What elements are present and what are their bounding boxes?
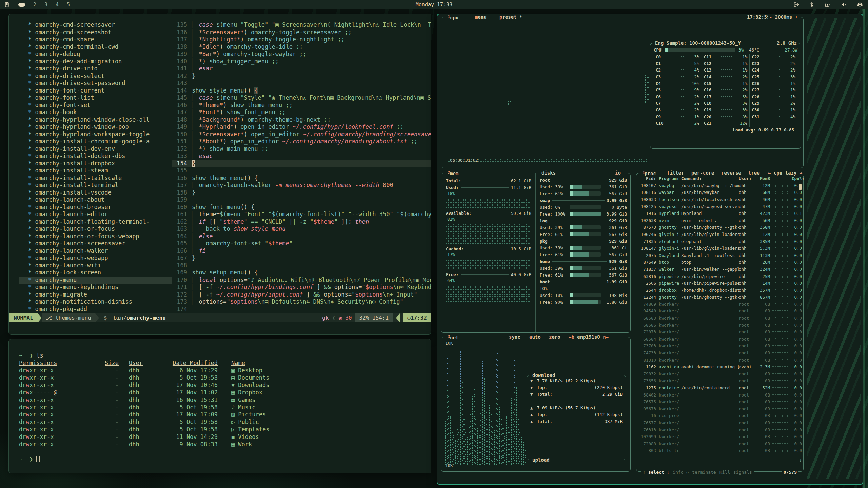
list-item[interactable]: drwxr-xr-x-dhh 5 Oct 19:58♪Music (19, 404, 431, 411)
code-line[interactable]: ▏ else (192, 233, 431, 240)
file-list-item[interactable]: * omarchy-install-chromium-google-a (19, 138, 172, 145)
file-list-item[interactable]: * omarchy-pkg-add (19, 306, 172, 313)
kill-control[interactable]: Kill (718, 470, 732, 475)
file-list-item[interactable]: * omarchy-launch-webapp (19, 255, 172, 262)
code-line[interactable]: } (192, 255, 431, 262)
code-line[interactable]: ▏ case $(menu "Toggle" "▣ Screensaver\n☾… (192, 21, 431, 29)
list-item[interactable]: drwxr-xr-x-dhh 5 Oct 19:58▷Templates (19, 426, 431, 433)
process-row[interactable]: 1275containe/usr/bin/containerdroot52M0.… (638, 384, 801, 391)
file-list-item[interactable]: * omarchy-install-terminal (19, 182, 172, 189)
code-line[interactable]: show_theme_menu() { (192, 175, 431, 182)
workspace-active-indicator[interactable] (18, 3, 25, 7)
workspace-3[interactable]: 3 (44, 2, 47, 8)
process-row[interactable]: 102638nvimnvim --embed .dhh56M0.0 (638, 217, 801, 224)
editor-terminal-window[interactable]: * omarchy-cmd-screensaver135▏ case $(men… (8, 14, 431, 335)
mem-panel-title[interactable]: 2mem (447, 170, 460, 177)
shell-terminal-window[interactable]: ~ ❯ lsPermissionsSizeUserDate ModifiedNa… (8, 339, 431, 473)
file-list-item[interactable]: * omarchy-launch-editor (19, 211, 172, 218)
process-row[interactable]: 95673kworker/root0B0.0 (638, 405, 801, 412)
process-row[interactable]: 102099kworker/root0B0.0 (638, 433, 801, 440)
code-line[interactable]: ▏ *About*) open_in_editor ~/.config/omar… (192, 138, 431, 145)
code-line[interactable]: ▏ *Theme*) show_theme_menu ;; (192, 102, 431, 109)
process-row[interactable]: 108116waybar/usr/bin/waybardhh68M0.0 (638, 189, 801, 196)
code-line[interactable]: ▏ *) show_main_menu ;; (192, 145, 431, 153)
terminate-control[interactable]: terminate (690, 470, 717, 475)
process-row[interactable]: 73656kworker/root0B0.0 (638, 378, 801, 385)
code-line[interactable]: ▏ [ -f ~/.config/hypr/bindings.conf ] &&… (192, 284, 431, 291)
file-list-item[interactable]: * omarchy-install-vscode (19, 189, 172, 197)
list-item[interactable]: drwxr-xr-x-dhh11 Nov 14:29◼Videos (19, 433, 431, 441)
proc-tree-button[interactable]: tree (747, 170, 761, 176)
file-list-item[interactable]: * omarchy-launch-walker (19, 247, 172, 255)
workspace-4[interactable]: 4 (56, 2, 59, 8)
net-interface-switcher[interactable]: ←b enp191s0 n→ (567, 334, 610, 340)
process-row[interactable]: 1162avahi-daavahi-daemon: running [avahi… (638, 363, 801, 370)
net-panel-title[interactable]: 3net (447, 334, 460, 341)
code-line[interactable]: ▏ if [[ "$theme" == "CNCLD" || -z "$them… (192, 218, 431, 226)
file-list-item[interactable]: * omarchy-drive-set-password (19, 80, 172, 87)
file-list-item[interactable]: * omarchy-lock-screen (19, 269, 172, 277)
code-line[interactable] (192, 80, 431, 87)
file-list-item[interactable]: * omarchy-hyprland-workspace-toggle (19, 131, 172, 138)
file-list-item-selected[interactable]: * omarchy-menu (19, 277, 172, 284)
process-row[interactable]: 87573ghostty/usr/bin/ghostty --gtk-dhh36… (638, 224, 801, 231)
list-item[interactable]: drwx------@-dhh17 Nov 11:02▦Dropbox (19, 389, 431, 396)
code-line[interactable]: ▏ ▏ back_to show_style_menu (192, 225, 431, 233)
net-auto-button[interactable]: auto (528, 334, 542, 340)
code-line[interactable]: ▏ esac (192, 152, 431, 160)
process-row[interactable]: 79032kworker/root0B0.0 (638, 370, 801, 378)
file-list-item[interactable]: * omarchy-cmd-terminal-cwd (19, 43, 172, 51)
process-row[interactable]: 68402kworker/root0B0.0 (638, 391, 801, 399)
code-line[interactable] (192, 306, 431, 313)
process-row[interactable]: 108125swayosd-/usr/bin/swayosd-serverdhh… (638, 203, 801, 210)
file-list-item[interactable]: * omarchy-launch-floating-terminal- (19, 218, 172, 226)
code-line[interactable] (192, 196, 431, 204)
list-item[interactable]: drwxr-xr-x-dhh17 Nov 17:09▨Pictures (19, 411, 431, 419)
file-list-item[interactable]: * omarchy-font-list (19, 94, 172, 102)
code-line[interactable]: ▏ *Background*) omarchy-theme-bg-next ;; (192, 116, 431, 124)
file-list-item[interactable]: * omarchy-font-current (19, 87, 172, 95)
process-row[interactable]: 16rcu_preeroot0B0.0 (638, 412, 801, 420)
proc-panel-title[interactable]: 4proc (641, 170, 657, 177)
logout-icon[interactable] (793, 2, 800, 7)
code-line[interactable]: ▏ fi (192, 247, 431, 255)
code-line[interactable]: ▏ *) show_trigger_menu ;; (192, 58, 431, 65)
file-list-item[interactable]: * omarchy-dev-add-migration (19, 58, 172, 65)
code-line[interactable] (192, 262, 431, 269)
file-list-item[interactable]: * omarchy-debug (19, 50, 172, 58)
list-item[interactable]: drwxr-xr-x-dhh 5 Oct 19:58▷Public (19, 419, 431, 426)
code-line[interactable]: ▏ *Screensaver*) omarchy-toggle-screensa… (192, 29, 431, 36)
file-list-item[interactable]: * omarchy-launch-about (19, 196, 172, 204)
process-row[interactable]: 72088kworker/root0B0.0 (638, 440, 801, 447)
net-zero-button[interactable]: zero (548, 334, 562, 340)
sort-direction-icon[interactable]: ↑ (802, 176, 805, 181)
code-line[interactable]: ▏ *Idle*) omarchy-toggle-idle ;; (192, 43, 431, 51)
file-list-item[interactable]: * omarchy-launch-or-focus (19, 225, 172, 233)
code-line[interactable]: ▏ [ -f ~/.config/hypr/input.conf ] && op… (192, 291, 431, 299)
process-row[interactable]: 2544dropbox/home/dhh/.dropbox-distdhh357… (638, 287, 801, 294)
file-list-item[interactable]: * omarchy-hyprland-window-pop (19, 123, 172, 131)
process-row[interactable]: 803btrfs-trroot0B0.0 (638, 447, 801, 454)
code-line[interactable] (192, 167, 431, 175)
file-list-item[interactable]: * omarchy-cmd-share (19, 36, 172, 43)
proc-scroll-down-icon[interactable]: ↓ (799, 458, 802, 463)
bluetooth-icon[interactable] (810, 2, 814, 7)
workspace-2[interactable]: 2 (33, 2, 36, 8)
process-row[interactable]: 68584kworker/root0B0.0 (638, 336, 801, 343)
file-list-item[interactable]: * omarchy-hyprland-window-close-all (19, 116, 172, 124)
code-line[interactable]: ▏ *Font*) show_font_menu ;; (192, 109, 431, 116)
code-line[interactable]: ▏ *Screensaver*) open_in_editor ~/.confi… (192, 131, 431, 138)
process-row[interactable]: 81310kworker/root0B0.0 (638, 357, 801, 364)
file-list-item[interactable]: * omarchy-install-steam (19, 167, 172, 175)
volume-icon[interactable] (841, 2, 847, 7)
process-table[interactable]: 108107swaybg/usr/bin/swaybg -i /homdhh12… (636, 181, 803, 454)
proc-reverse-button[interactable]: reverse (720, 170, 743, 176)
process-row[interactable]: 63816pipewire/usr/bin/pipewiredhh25M0.0 (638, 273, 801, 280)
process-row[interactable]: 1916HyprlandHyprlanddhh423M0.1 (638, 210, 801, 217)
preset-button[interactable]: preset * (498, 14, 524, 20)
code-line[interactable]: ▏ *Hyprland*) open_in_editor ~/.config/h… (192, 123, 431, 131)
io-mode-button[interactable]: io (614, 170, 622, 176)
list-item[interactable]: drwxr-xr-x-dhh 9 Nov 08:33▦Work (19, 441, 431, 448)
proc-percore-button[interactable]: per-core (690, 170, 715, 176)
file-list-item[interactable]: * omarchy-cmd-screenshot (19, 29, 172, 36)
